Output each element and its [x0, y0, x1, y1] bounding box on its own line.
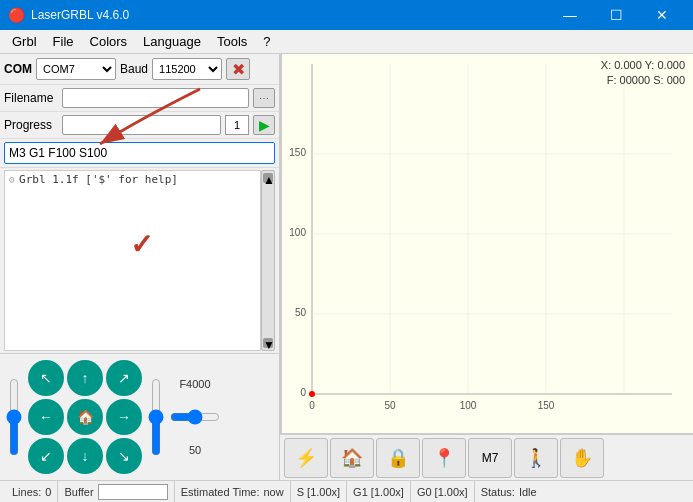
- speed-controls: F4000 50: [170, 378, 220, 456]
- nav-up-right[interactable]: ↗: [106, 360, 142, 396]
- console-scrollbar[interactable]: ▲ ▼: [261, 170, 275, 351]
- right-panel: X: 0.000 Y: 0.000 F: 00000 S: 000: [280, 54, 693, 480]
- svg-text:0: 0: [309, 400, 315, 411]
- left-panel: COM COM7 Baud 115200 ✖ Filename ⋯ Progre…: [0, 54, 280, 480]
- scale-g1: G1 [1.00x]: [353, 486, 404, 498]
- nav-grid: ↖ ↑ ↗ ← 🏠 → ↙ ↓ ↘: [28, 360, 142, 474]
- scale-g1-section: G1 [1.00x]: [347, 481, 411, 502]
- close-button[interactable]: ✕: [639, 0, 685, 30]
- console-wrapper: ⚙ Grbl 1.1f ['$' for help] ▲ ▼ ✓: [0, 168, 279, 353]
- speed-slider[interactable]: [170, 409, 220, 425]
- xy-coord: X: 0.000 Y: 0.000: [601, 58, 685, 73]
- svg-text:150: 150: [289, 147, 306, 158]
- nav-right[interactable]: →: [106, 399, 142, 435]
- menu-help[interactable]: ?: [255, 32, 278, 51]
- lines-value: 0: [45, 486, 51, 498]
- connect-icon: ✖: [232, 60, 245, 79]
- hand-button[interactable]: ✋: [560, 438, 604, 478]
- menu-grbl[interactable]: Grbl: [4, 32, 45, 51]
- nav-down[interactable]: ↓: [67, 438, 103, 474]
- buffer-input[interactable]: [98, 484, 168, 500]
- minimize-button[interactable]: —: [547, 0, 593, 30]
- filename-label: Filename: [4, 91, 58, 105]
- nav-down-right[interactable]: ↘: [106, 438, 142, 474]
- lock-button[interactable]: 🔒: [376, 438, 420, 478]
- m7-button[interactable]: M7: [468, 438, 512, 478]
- left-slider[interactable]: [4, 378, 24, 456]
- nav-up-left[interactable]: ↖: [28, 360, 64, 396]
- lines-section: Lines: 0: [6, 481, 58, 502]
- file-open-button[interactable]: ⋯: [253, 88, 275, 108]
- scale-g0: G0 [1.00x]: [417, 486, 468, 498]
- console-area[interactable]: ⚙ Grbl 1.1f ['$' for help]: [4, 170, 261, 351]
- window-controls: — ☐ ✕: [547, 0, 685, 30]
- home-icon: 🏠: [341, 447, 363, 469]
- canvas-area[interactable]: X: 0.000 Y: 0.000 F: 00000 S: 000: [280, 54, 693, 434]
- maximize-button[interactable]: ☐: [593, 0, 639, 30]
- lock-icon: 🔒: [387, 447, 409, 469]
- filename-row: Filename ⋯: [0, 85, 279, 112]
- target-icon: 📍: [433, 447, 455, 469]
- walk-button[interactable]: 🚶: [514, 438, 558, 478]
- nav-up[interactable]: ↑: [67, 360, 103, 396]
- command-input-row: [0, 139, 279, 168]
- nav-area: ↖ ↑ ↗ ← 🏠 → ↙ ↓ ↘ F4000 50: [0, 353, 279, 480]
- menu-tools[interactable]: Tools: [209, 32, 255, 51]
- title-bar: 🔴 LaserGRBL v4.6.0 — ☐ ✕: [0, 0, 693, 30]
- estimated-label: Estimated Time:: [181, 486, 260, 498]
- svg-text:50: 50: [295, 307, 307, 318]
- canvas-coords: X: 0.000 Y: 0.000 F: 00000 S: 000: [601, 58, 685, 89]
- progress-row: Progress 1 ▶: [0, 112, 279, 139]
- scale-g0-section: G0 [1.00x]: [411, 481, 475, 502]
- console-text: Grbl 1.1f ['$' for help]: [19, 173, 178, 186]
- status-bar: Lines: 0 Buffer Estimated Time: now S [1…: [0, 480, 693, 502]
- status-value: Idle: [519, 486, 537, 498]
- com-row: COM COM7 Baud 115200 ✖: [0, 54, 279, 85]
- play-button[interactable]: ▶: [253, 115, 275, 135]
- status-section: Status: Idle: [475, 481, 543, 502]
- laser-button[interactable]: ⚡: [284, 438, 328, 478]
- scroll-down-btn[interactable]: ▼: [263, 338, 273, 348]
- menu-bar: Grbl File Colors Language Tools ?: [0, 30, 693, 54]
- play-icon: ▶: [259, 117, 270, 133]
- command-input[interactable]: [4, 142, 275, 164]
- nav-down-left[interactable]: ↙: [28, 438, 64, 474]
- walk-icon: 🚶: [525, 447, 547, 469]
- estimated-value: now: [264, 486, 284, 498]
- baud-label: Baud: [120, 62, 148, 76]
- right-slider[interactable]: [146, 378, 166, 456]
- svg-text:100: 100: [460, 400, 477, 411]
- m7-label: M7: [482, 451, 499, 465]
- menu-file[interactable]: File: [45, 32, 82, 51]
- buffer-label: Buffer: [64, 486, 93, 498]
- com-select[interactable]: COM7: [36, 58, 116, 80]
- baud-select[interactable]: 115200: [152, 58, 222, 80]
- left-slider-area: [4, 378, 24, 456]
- scroll-up-btn[interactable]: ▲: [263, 173, 273, 183]
- right-toolbar: ⚡ 🏠 🔒 📍 M7 🚶 ✋: [280, 434, 693, 480]
- laser-icon: ⚡: [295, 447, 317, 469]
- svg-text:50: 50: [384, 400, 396, 411]
- speed-value: 50: [189, 444, 201, 456]
- filename-input[interactable]: [62, 88, 249, 108]
- f4000-label: F4000: [179, 378, 210, 390]
- estimated-section: Estimated Time: now: [175, 481, 291, 502]
- file-icon: ⋯: [259, 93, 269, 104]
- target-button[interactable]: 📍: [422, 438, 466, 478]
- nav-left[interactable]: ←: [28, 399, 64, 435]
- canvas-svg: 0 50 100 150 0 50 100 150: [282, 54, 693, 433]
- scale-x: S [1.00x]: [297, 486, 340, 498]
- connect-button[interactable]: ✖: [226, 58, 250, 80]
- lines-label: Lines:: [12, 486, 41, 498]
- menu-colors[interactable]: Colors: [82, 32, 136, 51]
- menu-language[interactable]: Language: [135, 32, 209, 51]
- app-title: LaserGRBL v4.6.0: [31, 8, 547, 22]
- svg-text:100: 100: [289, 227, 306, 238]
- svg-point-18: [309, 391, 315, 397]
- scale-x-section: S [1.00x]: [291, 481, 347, 502]
- fs-coord: F: 00000 S: 000: [601, 73, 685, 88]
- progress-number: 1: [225, 115, 249, 135]
- home-button[interactable]: 🏠: [330, 438, 374, 478]
- nav-home[interactable]: 🏠: [67, 399, 103, 435]
- main-container: COM COM7 Baud 115200 ✖ Filename ⋯ Progre…: [0, 54, 693, 480]
